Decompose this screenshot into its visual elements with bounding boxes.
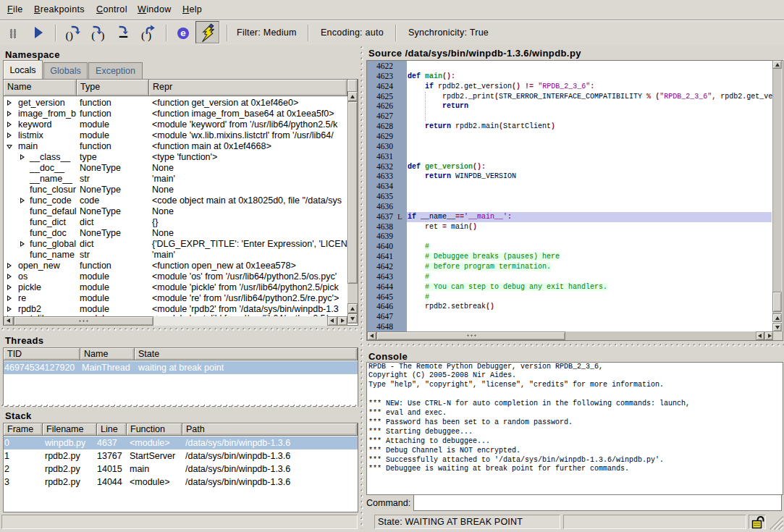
svg-text:(: ( — [91, 29, 95, 42]
svg-text:): ) — [148, 29, 151, 42]
svg-text:(: ( — [141, 29, 145, 42]
svg-text:(): () — [66, 29, 73, 42]
svg-text:): ) — [101, 29, 104, 42]
